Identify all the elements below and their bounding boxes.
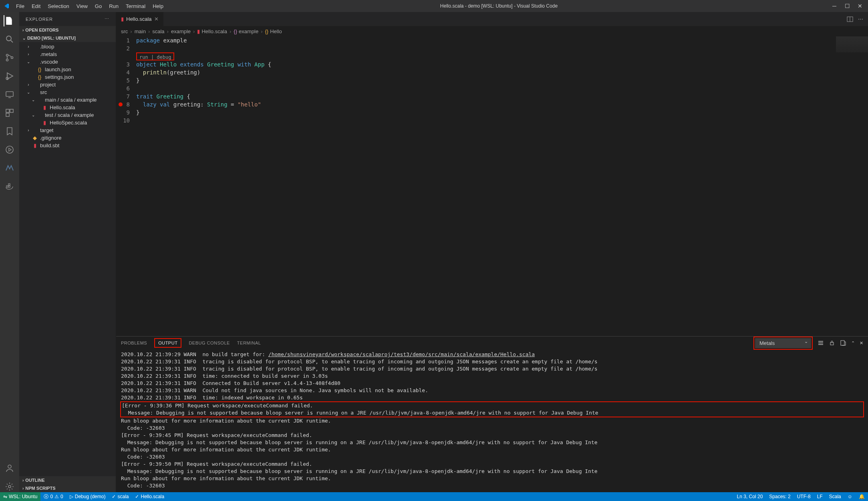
svg-rect-18	[830, 343, 834, 345]
status-bell-icon[interactable]: 🔔	[856, 492, 868, 501]
close-tab-icon[interactable]: ✕	[154, 16, 159, 22]
tree-item[interactable]: ⌄main / scala / example	[19, 96, 116, 104]
tree-item[interactable]: ⌄src	[19, 88, 116, 96]
menu-selection[interactable]: Selection	[44, 2, 72, 11]
vscode-logo-icon	[3, 3, 10, 9]
activity-bar	[0, 12, 19, 492]
section-workspace[interactable]: ⌄DEMO [WSL: UBUNTU]	[19, 34, 116, 42]
status-encoding[interactable]: UTF-8	[794, 492, 814, 501]
panel-tab-problems[interactable]: PROBLEMS	[121, 338, 147, 348]
panel-tab-debug-console[interactable]: DEBUG CONSOLE	[189, 338, 230, 348]
tree-item[interactable]: ›.bloop	[19, 43, 116, 50]
maximize-button[interactable]: ☐	[844, 3, 850, 9]
bookmark-icon[interactable]	[4, 126, 15, 137]
window-title: Hello.scala - demo [WSL: Ubuntu] - Visua…	[167, 3, 831, 9]
svg-point-4	[11, 57, 13, 59]
section-open-editors[interactable]: ›OPEN EDITORS	[19, 26, 116, 34]
tree-item[interactable]: ›.metals	[19, 50, 116, 58]
section-npm-scripts[interactable]: ›NPM SCRIPTS	[19, 484, 116, 492]
svg-rect-19	[841, 341, 844, 345]
tab-label: Hello.scala	[126, 16, 152, 22]
window-controls: ─ ☐ ✕	[831, 3, 865, 9]
tree-item[interactable]: ▮build.sbt	[19, 142, 116, 149]
svg-point-14	[8, 465, 11, 468]
status-scala[interactable]: ✓scala	[109, 492, 132, 501]
menu-file[interactable]: File	[13, 2, 28, 11]
menu-terminal[interactable]: Terminal	[123, 2, 149, 11]
tree-item[interactable]: ◆.gitignore	[19, 134, 116, 142]
tree-item[interactable]: ⌄test / scala / example	[19, 111, 116, 119]
settings-gear-icon[interactable]	[4, 481, 15, 492]
minimap[interactable]	[836, 36, 868, 52]
status-debug[interactable]: ▷Debug (demo)	[66, 492, 109, 501]
source-control-icon[interactable]	[4, 52, 15, 63]
svg-point-2	[6, 54, 8, 56]
section-outline[interactable]: ›OUTLINE	[19, 476, 116, 484]
lock-scroll-icon[interactable]	[829, 340, 835, 346]
status-eol[interactable]: LF	[814, 492, 826, 501]
tree-item[interactable]: {}launch.json	[19, 66, 116, 73]
sidebar-title: EXPLORER ⋯	[19, 12, 116, 26]
tree-item[interactable]: ›target	[19, 126, 116, 134]
panel-up-icon[interactable]: ⌃	[851, 341, 855, 346]
code-editor[interactable]: 12345678910 package examplerun | debugob…	[116, 36, 868, 336]
close-button[interactable]: ✕	[857, 3, 863, 9]
menu-bar: File Edit Selection View Go Run Terminal…	[13, 2, 167, 11]
panel-close-icon[interactable]: ✕	[860, 341, 863, 346]
docker-icon[interactable]	[4, 181, 15, 192]
menu-view[interactable]: View	[73, 2, 91, 11]
minimize-button[interactable]: ─	[831, 3, 838, 9]
breadcrumbs[interactable]: src› main› scala› example› ▮ Hello.scala…	[116, 26, 868, 36]
tree-item[interactable]: ⌄.vscode	[19, 58, 116, 66]
panel-tab-output[interactable]: OUTPUT	[154, 338, 181, 348]
status-problems[interactable]: ⓧ0 ⚠0	[40, 492, 66, 501]
tree-item[interactable]: ▮Hello.scala	[19, 104, 116, 111]
svg-rect-13	[8, 184, 10, 185]
split-editor-icon[interactable]	[847, 16, 853, 22]
status-cursor[interactable]: Ln 3, Col 20	[734, 492, 766, 501]
output-panel-body[interactable]: 2020.10.22 21:39:29 WARN no build target…	[116, 349, 868, 492]
tree-item[interactable]: ›project	[19, 81, 116, 88]
scala-file-icon: ▮	[121, 16, 124, 22]
panel-tab-terminal[interactable]: TERMINAL	[237, 338, 261, 348]
status-bar: ⇋WSL: Ubuntu ⓧ0 ⚠0 ▷Debug (demo) ✓scala …	[0, 492, 868, 501]
extensions-icon[interactable]	[4, 107, 15, 118]
tree-item[interactable]: {}settings.json	[19, 73, 116, 81]
account-icon[interactable]	[4, 463, 15, 474]
status-lang[interactable]: Scala	[826, 492, 844, 501]
panel-tabs: PROBLEMS OUTPUT DEBUG CONSOLE TERMINAL M…	[116, 337, 868, 349]
search-icon[interactable]	[4, 34, 15, 45]
status-file[interactable]: ✓Hello.scala	[132, 492, 167, 501]
status-spaces[interactable]: Spaces: 2	[766, 492, 793, 501]
menu-help[interactable]: Help	[149, 2, 167, 11]
remote-indicator[interactable]: ⇋WSL: Ubuntu	[0, 492, 40, 501]
clear-output-icon[interactable]	[818, 340, 824, 346]
bottom-panel: PROBLEMS OUTPUT DEBUG CONSOLE TERMINAL M…	[116, 336, 868, 492]
error-highlight: [Error - 9:39:36 PM] Request workspace/e…	[120, 401, 864, 417]
run-debug-icon[interactable]	[4, 70, 15, 82]
svg-line-1	[11, 40, 13, 42]
more-actions-icon[interactable]: ⋯	[858, 16, 863, 22]
svg-rect-9	[6, 113, 9, 116]
open-log-icon[interactable]	[840, 340, 846, 346]
svg-point-0	[6, 36, 11, 41]
svg-rect-11	[6, 186, 8, 187]
tab-hello-scala[interactable]: ▮ Hello.scala ✕	[116, 12, 164, 26]
explorer-icon[interactable]	[4, 15, 15, 26]
menu-edit[interactable]: Edit	[28, 2, 44, 11]
svg-rect-6	[6, 92, 13, 96]
metals-icon[interactable]	[4, 162, 15, 174]
editor-area: ▮ Hello.scala ✕ ⋯ src› main› scala› exam…	[116, 12, 868, 492]
remote-explorer-icon[interactable]	[4, 89, 15, 100]
output-channel-select[interactable]: Metals	[753, 337, 813, 350]
breakpoint-icon[interactable]	[119, 102, 123, 106]
menu-run[interactable]: Run	[106, 2, 122, 11]
codelens-run-debug[interactable]: run | debug	[136, 52, 174, 60]
file-tree[interactable]: ›.bloop›.metals⌄.vscode{}launch.json{}se…	[19, 42, 116, 476]
test-icon[interactable]	[4, 144, 15, 155]
tree-item[interactable]: ▮HelloSpec.scala	[19, 119, 116, 126]
svg-rect-12	[8, 186, 10, 187]
status-feedback-icon[interactable]: ☺	[844, 492, 856, 501]
more-icon[interactable]: ⋯	[105, 16, 109, 22]
menu-go[interactable]: Go	[92, 2, 105, 11]
